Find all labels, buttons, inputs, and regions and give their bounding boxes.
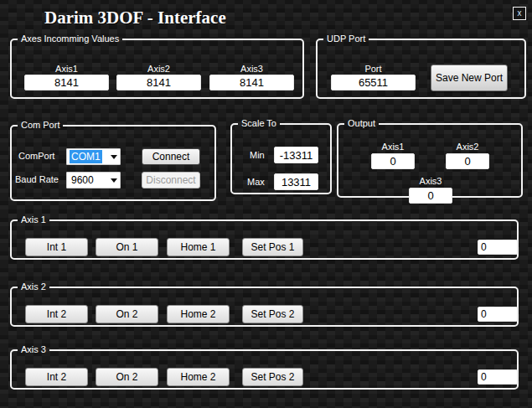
- axes-incoming-legend: Axes Incomming Values: [18, 34, 122, 44]
- axis2-int-button[interactable]: Int 2: [25, 305, 88, 323]
- axis2-position-field[interactable]: [478, 307, 518, 322]
- incoming-axis2-label: Axis2: [116, 64, 201, 74]
- axis3-group: Axis 3 Int 2 On 2 Home 2 Set Pos 2: [10, 345, 519, 390]
- axis3-on-button[interactable]: On 2: [96, 368, 158, 386]
- axis2-set-pos-button[interactable]: Set Pos 2: [242, 305, 303, 323]
- incoming-axis1-label: Axis1: [24, 64, 109, 74]
- output-axis3-field[interactable]: [409, 188, 452, 204]
- axis3-home-button[interactable]: Home 2: [167, 368, 230, 386]
- output-axis1-label: Axis1: [371, 142, 415, 152]
- comport-select[interactable]: COM1: [66, 148, 121, 165]
- save-new-port-button[interactable]: Save New Port: [431, 65, 508, 91]
- axis1-set-pos-button[interactable]: Set Pos 1: [242, 238, 303, 256]
- scale-to-legend: Scale To: [238, 119, 280, 128]
- axes-incoming-group: Axes Incomming Values Axis1 Axis2 Axis3: [10, 34, 304, 99]
- udp-port-legend: UDP Port: [323, 34, 369, 44]
- com-port-legend: Com Port: [18, 121, 63, 130]
- output-legend: Output: [344, 119, 379, 128]
- page-title: Darim 3DOF - Interface: [44, 7, 226, 28]
- output-axis3-label: Axis3: [409, 176, 452, 186]
- axis2-legend: Axis 2: [18, 282, 49, 292]
- axis3-int-button[interactable]: Int 2: [25, 368, 88, 386]
- axis2-home-button[interactable]: Home 2: [167, 305, 230, 323]
- scale-to-group: Scale To Min Max: [230, 119, 332, 194]
- incoming-axis3-field[interactable]: [209, 75, 294, 90]
- axis3-position-field[interactable]: [478, 369, 518, 385]
- com-port-group: Com Port ComPort COM1 Connect Baud Rate …: [10, 121, 216, 201]
- output-axis2-label: Axis2: [446, 142, 489, 152]
- app-window: Darim 3DOF - Interface x Axes Incomming …: [0, 0, 532, 408]
- output-axis2-field[interactable]: [446, 153, 489, 169]
- port-label: Port: [331, 64, 416, 74]
- max-field[interactable]: [274, 173, 318, 190]
- axis3-legend: Axis 3: [18, 345, 49, 354]
- min-label: Min: [250, 150, 265, 160]
- axis1-int-button[interactable]: Int 1: [25, 238, 88, 256]
- incoming-axis3-label: Axis3: [209, 64, 294, 74]
- min-field[interactable]: [274, 147, 318, 163]
- max-label: Max: [247, 177, 265, 187]
- axis1-group: Axis 1 Int 1 On 1 Home 1 Set Pos 1: [10, 215, 519, 260]
- axis1-legend: Axis 1: [18, 215, 49, 225]
- incoming-axis1-field[interactable]: [24, 75, 109, 90]
- baud-rate-label: Baud Rate: [15, 174, 59, 184]
- comport-selected-value: COM1: [70, 150, 102, 163]
- output-group: Output Axis1 Axis2 Axis3: [337, 119, 523, 198]
- port-field[interactable]: [331, 75, 416, 90]
- chevron-down-icon: [111, 155, 117, 159]
- comport-label: ComPort: [18, 151, 54, 161]
- close-button[interactable]: x: [513, 7, 526, 20]
- axis1-home-button[interactable]: Home 1: [167, 238, 230, 256]
- chevron-down-icon: [111, 178, 117, 183]
- connect-button[interactable]: Connect: [142, 148, 200, 165]
- baud-rate-selected-value: 9600: [70, 173, 96, 187]
- incoming-axis2-field[interactable]: [116, 75, 201, 90]
- axis1-on-button[interactable]: On 1: [96, 238, 158, 256]
- axis3-set-pos-button[interactable]: Set Pos 2: [242, 368, 303, 386]
- axis2-group: Axis 2 Int 2 On 2 Home 2 Set Pos 2: [10, 282, 519, 327]
- baud-rate-select[interactable]: 9600: [66, 172, 121, 189]
- output-axis1-field[interactable]: [371, 153, 415, 169]
- disconnect-button[interactable]: Disconnect: [142, 172, 200, 189]
- udp-port-group: UDP Port Port Save New Port: [316, 34, 526, 99]
- axis1-position-field[interactable]: [478, 240, 518, 255]
- axis2-on-button[interactable]: On 2: [96, 305, 158, 323]
